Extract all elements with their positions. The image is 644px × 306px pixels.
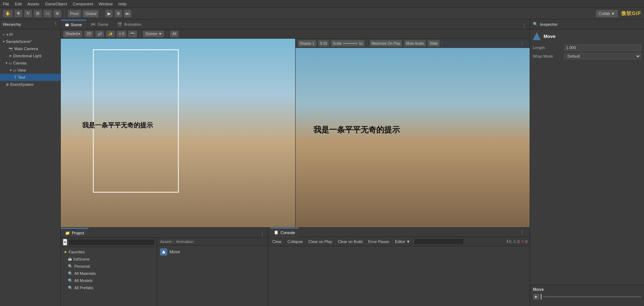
init-scene-item[interactable]: 🏔 InitScene bbox=[61, 256, 157, 263]
hierarchy-scene[interactable]: ▾ SampleScene* bbox=[0, 38, 60, 45]
wrap-mode-dropdown[interactable]: Default bbox=[564, 53, 641, 59]
all-prefabs-item[interactable]: 🔍 All Prefabs bbox=[61, 284, 157, 291]
move-timeline: ▶ bbox=[533, 293, 641, 300]
2d-label: 2D bbox=[86, 32, 91, 36]
project-search-input[interactable] bbox=[69, 239, 155, 246]
pivot-button[interactable]: Pivot bbox=[68, 10, 81, 18]
console-tab-more[interactable]: ⋮ bbox=[517, 228, 527, 237]
hierarchy-item-view[interactable]: ▾ ▭ View bbox=[0, 67, 60, 74]
project-tab-label: Project bbox=[72, 231, 84, 235]
menu-edit[interactable]: Edit bbox=[15, 2, 22, 6]
all-button[interactable]: All bbox=[170, 30, 179, 38]
global-button[interactable]: Global bbox=[83, 10, 99, 18]
maximize-on-play-button[interactable]: Maximize On Play bbox=[370, 40, 403, 47]
all-models-item[interactable]: 🔍 All Models bbox=[61, 277, 157, 284]
console-controls: Clear Collapse Clear on Play Clear on Bu… bbox=[268, 237, 530, 246]
move-bottom-label: Move bbox=[533, 287, 641, 292]
scale-tool-button[interactable]: ⊞ bbox=[34, 10, 42, 18]
scene-camera-button[interactable]: 📷 bbox=[128, 30, 137, 38]
rotate-tool-button[interactable]: ↻ bbox=[24, 10, 32, 18]
menu-file[interactable]: File bbox=[3, 2, 9, 6]
personal-item[interactable]: 🔍 Personal bbox=[61, 263, 157, 270]
scene-viewport[interactable]: 我是一条平平无奇的提示 bbox=[61, 39, 295, 227]
project-left-toolbar: + bbox=[61, 238, 157, 247]
hierarchy-item-directional-light[interactable]: ☀ Directional Light bbox=[0, 52, 60, 59]
hierarchy-menu-button[interactable]: ⋮ bbox=[54, 22, 58, 26]
hierarchy-item-text[interactable]: T Text bbox=[0, 74, 60, 81]
menu-gameobject[interactable]: GameObject bbox=[45, 2, 67, 6]
clear-on-play-button[interactable]: Clear on Play bbox=[306, 238, 334, 245]
canvas-label: Canvas bbox=[13, 61, 26, 65]
all-materials-item[interactable]: 🔍 All Materials bbox=[61, 270, 157, 277]
2d-button[interactable]: 2D bbox=[84, 30, 94, 38]
menu-component[interactable]: Component bbox=[73, 2, 93, 6]
all-models-label: All Models bbox=[74, 278, 93, 283]
tab-animation[interactable]: 🎬 Animation bbox=[113, 20, 146, 29]
project-add-button[interactable]: + bbox=[63, 239, 67, 246]
shading-arrow: ▾ bbox=[78, 32, 80, 36]
collab-button[interactable]: Collab ▼ bbox=[596, 10, 618, 18]
materials-icon: 🔍 bbox=[68, 271, 73, 276]
length-input[interactable] bbox=[564, 44, 641, 51]
timeline-play-button[interactable]: ▶ bbox=[533, 293, 539, 300]
timeline-bar[interactable] bbox=[543, 296, 641, 297]
dual-viewport: 我是一条平平无奇的提示 Display 1 9:16 Scale bbox=[61, 39, 530, 227]
error-pause-button[interactable]: Error Pause bbox=[366, 238, 391, 245]
bottom-area: 📁 Project ⋮ + bbox=[61, 227, 530, 306]
audio-button[interactable]: 🔊 bbox=[95, 30, 104, 38]
tab-scene[interactable]: 🏔 Scene bbox=[61, 20, 86, 29]
gizmos-button[interactable]: Gizmos ▼ bbox=[143, 30, 164, 38]
console-search-input[interactable] bbox=[414, 238, 464, 245]
asset-item-label: Move bbox=[169, 249, 180, 254]
scene-layers-button[interactable]: ≡ 0 bbox=[117, 30, 127, 38]
info-icon: ℹ bbox=[507, 239, 508, 244]
game-tab-more[interactable]: ⋮ bbox=[517, 40, 527, 46]
move-tool-button[interactable]: ✥ bbox=[14, 10, 23, 18]
collapse-button[interactable]: Collapse bbox=[285, 238, 305, 245]
hand-tool-button[interactable]: ✋ bbox=[3, 10, 13, 18]
stats-button[interactable]: Stats bbox=[427, 40, 440, 47]
hierarchy-item-canvas[interactable]: ▾ ▭ Canvas bbox=[0, 59, 60, 67]
ratio-dropdown[interactable]: 9:16 bbox=[318, 40, 329, 47]
hierarchy-add-button[interactable]: + ▾ All bbox=[0, 31, 60, 38]
fx-button[interactable]: ✨ bbox=[106, 30, 115, 38]
viewport-tab-more[interactable]: ⋮ bbox=[519, 23, 530, 29]
play-button[interactable]: ▶ bbox=[105, 10, 113, 18]
clear-on-build-button[interactable]: Clear on Build bbox=[336, 238, 365, 245]
console-counts: ℹ 0 ⚠ 0 ⊘ 0 bbox=[507, 239, 527, 244]
menu-assets[interactable]: Assets bbox=[28, 2, 39, 6]
project-tree: + ★ Favorites 🏔 InitScene bbox=[61, 238, 157, 306]
display-dropdown[interactable]: Display 1 bbox=[298, 40, 317, 47]
tab-game[interactable]: 🎮 Game bbox=[86, 20, 113, 29]
tab-project[interactable]: 📁 Project bbox=[61, 228, 89, 237]
hierarchy-title: Hierarchy bbox=[3, 22, 21, 26]
menu-window[interactable]: Window bbox=[99, 2, 113, 6]
list-item[interactable]: Move bbox=[160, 247, 265, 257]
hierarchy-item-event-system[interactable]: ⚙ EventSystem bbox=[0, 81, 60, 88]
project-tabs-row: 📁 Project ⋮ bbox=[61, 228, 268, 238]
wrap-mode-field: Wrap Mode Default bbox=[533, 53, 641, 59]
inspector-title: Inspector bbox=[540, 22, 558, 26]
editor-dropdown[interactable]: Editor ▼ bbox=[393, 238, 412, 245]
rect-tool-button[interactable]: ▭ bbox=[43, 10, 52, 18]
all-prefabs-label: All Prefabs bbox=[74, 286, 93, 290]
hierarchy-item-main-camera[interactable]: 📷 Main Camera bbox=[0, 45, 60, 52]
error-count: ⊘ 0 bbox=[521, 239, 527, 244]
shading-dropdown[interactable]: Shaded ▾ bbox=[63, 30, 83, 38]
favorites-item[interactable]: ★ Favorites bbox=[61, 248, 157, 256]
tab-console[interactable]: 📋 Console bbox=[270, 228, 299, 237]
favorites-label: Favorites bbox=[69, 250, 85, 254]
game-viewport[interactable]: Display 1 9:16 Scale 1x Maximize On Pl bbox=[295, 39, 530, 227]
wrap-mode-label: Wrap Mode bbox=[533, 54, 561, 58]
project-tab-more[interactable]: ⋮ bbox=[257, 232, 268, 237]
step-button[interactable]: ⏭ bbox=[124, 10, 132, 18]
scale-slider[interactable] bbox=[343, 43, 357, 44]
transform-tool-button[interactable]: ⊕ bbox=[53, 10, 61, 18]
clear-button[interactable]: Clear bbox=[270, 238, 284, 245]
text-label: Text bbox=[18, 75, 25, 79]
animation-breadcrumb: Animation bbox=[176, 239, 194, 244]
mute-audio-button[interactable]: Mute Audio bbox=[404, 40, 426, 47]
viewport-tabs-row: 🏔 Scene 🎮 Game 🎬 Animation ⋮ bbox=[61, 19, 530, 29]
menu-help[interactable]: Help bbox=[118, 2, 127, 6]
pause-button[interactable]: ⏸ bbox=[114, 10, 122, 18]
